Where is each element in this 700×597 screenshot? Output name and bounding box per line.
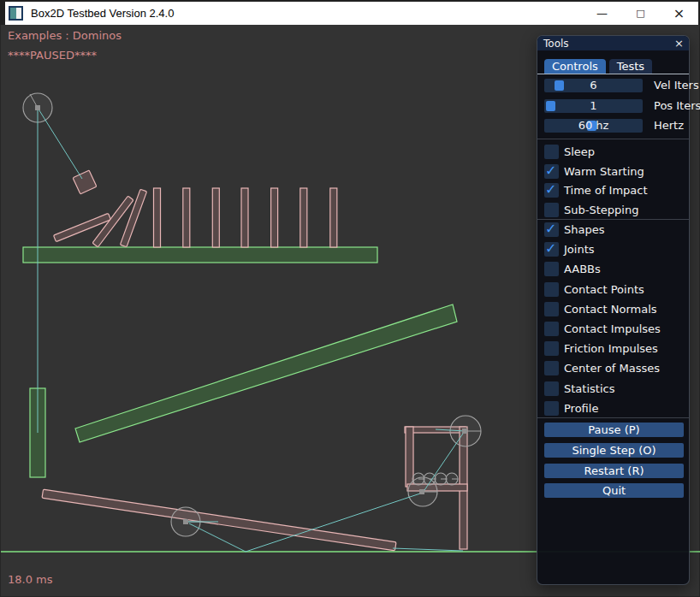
slider-label: Vel Iters — [654, 79, 699, 92]
button-quit[interactable]: Quit — [544, 483, 684, 498]
tools-close-icon[interactable]: × — [674, 36, 684, 50]
pendulum-box[interactable] — [73, 170, 97, 194]
joint-anchor — [35, 105, 40, 110]
checkbox-label: Warm Starting — [564, 164, 644, 179]
frame-time-label: 18.0 ms — [8, 573, 53, 586]
checkbox-label: Sleep — [564, 145, 595, 159]
separator — [537, 139, 689, 139]
checkbox-label: Friction Impulses — [564, 341, 658, 356]
joint-line — [189, 523, 246, 552]
checkbox-label: Profile — [564, 401, 598, 416]
checkbox-box[interactable] — [544, 302, 559, 316]
close-icon: × — [673, 5, 685, 21]
check-icon: ✓ — [545, 240, 556, 257]
checkbox-box[interactable]: ✓ — [544, 222, 559, 237]
falling-domino[interactable] — [120, 189, 146, 247]
angled-plank — [75, 304, 457, 442]
tab-underline — [537, 74, 689, 74]
check-icon: ✓ — [545, 181, 556, 198]
paused-label: ****PAUSED**** — [8, 49, 97, 62]
checkbox-box[interactable] — [544, 282, 559, 297]
slider-label: Pos Iters — [654, 99, 700, 113]
checkbox-label: Statistics — [564, 381, 614, 396]
check-icon: ✓ — [545, 221, 556, 237]
checkbox-box[interactable]: ✓ — [544, 164, 559, 179]
checkbox-box[interactable] — [544, 341, 559, 356]
joint-anchor — [462, 429, 467, 434]
checkbox-box[interactable]: ✓ — [544, 183, 559, 198]
separator — [537, 417, 689, 418]
slider-label: Hertz — [654, 119, 684, 133]
maximize-icon: □ — [636, 8, 644, 19]
checkbox-box[interactable] — [544, 401, 559, 416]
checkbox-label: Center of Masses — [564, 361, 660, 375]
checkbox-box[interactable] — [544, 322, 559, 336]
checkbox-label: Contact Impulses — [564, 322, 661, 336]
domino[interactable] — [300, 188, 307, 247]
checkbox-box[interactable] — [544, 361, 559, 375]
tab-tests[interactable]: Tests — [609, 59, 652, 74]
tab-bar: ControlsTests — [544, 59, 652, 74]
checkbox-box[interactable] — [544, 145, 559, 159]
checkbox-label: Contact Normals — [564, 302, 657, 316]
separator — [537, 219, 689, 220]
titlebar[interactable]: Box2D Testbed Version 2.4.0 — □ × — [5, 2, 698, 25]
checkbox-label: Sub-Stepping — [564, 203, 638, 217]
caption-buttons: — □ × — [583, 2, 698, 25]
minimize-icon: — — [596, 7, 608, 20]
tilted-plank[interactable] — [42, 489, 396, 551]
slider-value: 60 hz — [544, 119, 643, 133]
checkbox-box[interactable] — [544, 381, 559, 396]
domino[interactable] — [212, 188, 219, 247]
domino[interactable] — [154, 188, 161, 247]
tools-panel-title: Tools — [543, 38, 569, 50]
domino[interactable] — [271, 188, 278, 247]
joint-anchor — [183, 519, 188, 524]
button-pause-p[interactable]: Pause (P) — [544, 423, 684, 437]
checkbox-label: Time of Impact — [564, 183, 648, 198]
domino[interactable] — [241, 188, 248, 247]
checkbox-label: Joints — [564, 242, 595, 257]
checkbox-box[interactable]: ✓ — [544, 242, 559, 257]
checkbox-label: AABBs — [564, 262, 601, 276]
example-label: Examples : Dominos — [8, 29, 122, 42]
window-title: Box2D Testbed Version 2.4.0 — [31, 7, 174, 20]
tools-panel: Tools × ControlsTests 6Vel Iters1Pos Ite… — [537, 35, 690, 585]
app-window: Box2D Testbed Version 2.4.0 — □ × Exampl… — [0, 0, 700, 597]
joint-line — [38, 108, 82, 179]
slider-value: 6 — [544, 79, 643, 92]
checkbox-box[interactable] — [544, 262, 559, 276]
maximize-button[interactable]: □ — [621, 2, 660, 25]
domino-shelf — [23, 247, 377, 263]
slider-value: 1 — [544, 99, 643, 113]
joint-line — [393, 548, 463, 551]
button-single-step-o[interactable]: Single Step (O) — [544, 443, 684, 458]
check-icon: ✓ — [545, 163, 556, 179]
domino[interactable] — [183, 188, 190, 247]
checkbox-label: Contact Points — [564, 282, 644, 297]
button-restart-r[interactable]: Restart (R) — [544, 464, 684, 478]
close-button[interactable]: × — [660, 2, 698, 25]
checkbox-label: Shapes — [564, 222, 604, 237]
tab-controls[interactable]: Controls — [544, 59, 606, 74]
checkbox-box[interactable] — [544, 203, 559, 217]
tools-panel-titlebar[interactable]: Tools × — [537, 36, 689, 50]
domino[interactable] — [330, 188, 337, 247]
joint-anchor — [419, 489, 424, 494]
minimize-button[interactable]: — — [583, 2, 621, 25]
app-icon — [9, 6, 23, 21]
